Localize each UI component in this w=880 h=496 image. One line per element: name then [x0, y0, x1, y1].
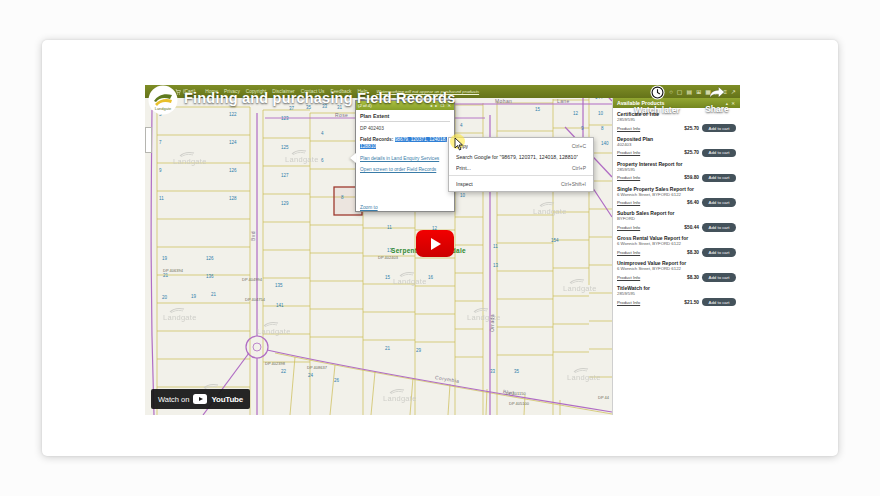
- watermark-text: Landgate: [163, 313, 197, 322]
- add-to-cart-button[interactable]: Add to cart: [702, 124, 736, 133]
- field-records-line: Field Records: 98679, 120371, 124018, 12…: [360, 136, 450, 150]
- context-menu-item-label: Inspect: [456, 181, 473, 187]
- product-price: $8.30: [687, 250, 702, 255]
- add-to-cart-button[interactable]: Add to cart: [702, 174, 736, 183]
- play-icon: [431, 238, 441, 250]
- lot-number: 29: [416, 348, 421, 353]
- lot-number: 10: [598, 111, 603, 116]
- product-info-link[interactable]: Product Info: [617, 150, 640, 155]
- watermark-text: Landgate: [567, 373, 601, 382]
- add-to-cart-button[interactable]: Add to cart: [702, 198, 736, 207]
- street-name-label: Lane: [557, 98, 570, 104]
- add-to-cart-button[interactable]: Add to cart: [702, 298, 736, 307]
- watermark-text: Landgate: [563, 284, 597, 293]
- add-to-cart-button[interactable]: Add to cart: [702, 248, 736, 257]
- dp-label: DP 402403: [378, 255, 398, 260]
- lot-number: 154: [551, 238, 559, 243]
- context-menu-separator: [449, 175, 593, 176]
- lot-number: 21: [385, 346, 390, 351]
- lot-number: 19: [162, 256, 167, 261]
- cursor-arrow-icon: [454, 137, 464, 151]
- product-actions-row: Product Info$25.70Add to cart: [617, 149, 736, 158]
- product-actions-row: Product Info$8.30Add to cart: [617, 273, 736, 282]
- product-actions-row: Product Info$6.40Add to cart: [617, 198, 736, 207]
- landgate-watermark: Landgate: [533, 201, 567, 216]
- share-arrow-icon: [709, 86, 725, 99]
- lot-number: 129: [281, 201, 289, 206]
- lot-number: 126: [206, 256, 214, 261]
- youtube-video-player[interactable]: 5122712491261112812312512712937353331468…: [145, 85, 740, 415]
- dp-label: DP 44: [598, 395, 609, 400]
- context-menu-item-inspect[interactable]: InspectCtrl+Shift+I: [449, 178, 593, 189]
- landgate-watermark: Landgate: [383, 388, 417, 403]
- watermark-text: Landgate: [257, 327, 291, 336]
- available-products-panel: Available Products ▴ ✕ Certificate of Ti…: [612, 98, 740, 415]
- product-detail: 6 Wonnich Street, BYFORD 6122: [617, 241, 736, 246]
- product-info-link[interactable]: Product Info: [617, 200, 640, 205]
- dp-label: DP 405100: [509, 401, 529, 406]
- lot-number: 24: [308, 373, 313, 378]
- popup-body: Plan Extent DP 402403 Field Records: 986…: [356, 110, 454, 213]
- zoom-to-link[interactable]: Zoom to: [360, 205, 378, 210]
- dp-label: DP 406394: [163, 268, 183, 273]
- youtube-logo-icon: [193, 394, 207, 404]
- watermark-text: Landgate: [173, 157, 207, 166]
- lot-number: 9: [159, 168, 162, 173]
- layers-icon[interactable]: ▤: [686, 89, 692, 95]
- add-to-cart-button[interactable]: Add to cart: [702, 273, 736, 282]
- lot-number: 140: [601, 141, 609, 146]
- add-to-cart-button[interactable]: Add to cart: [702, 149, 736, 158]
- lot-number: 11: [387, 225, 392, 230]
- street-name-label: Rose: [335, 112, 348, 118]
- product-info-link[interactable]: Product Info: [617, 175, 640, 180]
- context-menu-item-search[interactable]: Search Google for "98679, 120371, 124018…: [449, 151, 593, 162]
- watermark-text: Landgate: [383, 394, 417, 403]
- lot-number: 33: [490, 369, 495, 374]
- popup-plan-number: DP 402403: [360, 126, 450, 131]
- lot-number: 135: [275, 283, 283, 288]
- lot-number: 22: [281, 369, 286, 374]
- play-button[interactable]: [416, 230, 454, 257]
- product-item: Suburb Sales Report forBYFORDProduct Inf…: [617, 210, 736, 231]
- lot-number: 7: [159, 140, 162, 145]
- product-info-link[interactable]: Product Info: [617, 250, 640, 255]
- product-price: $50.44: [684, 225, 702, 230]
- map-zoom-control[interactable]: [145, 127, 152, 153]
- product-price: $25.70: [684, 126, 702, 131]
- context-menu-item-print[interactable]: Print...Ctrl+P: [449, 162, 593, 173]
- context-menu-shortcut: Ctrl+Shift+I: [555, 181, 586, 187]
- lot-number: 35: [514, 369, 519, 374]
- product-actions-row: Product Info$25.70Add to cart: [617, 124, 736, 133]
- product-price: $59.80: [684, 175, 702, 180]
- lot-number: 123: [281, 116, 289, 121]
- product-price: $6.40: [687, 200, 702, 205]
- product-info-link[interactable]: Product Info: [617, 225, 640, 230]
- order-field-records-link[interactable]: Open screen to order Field Records: [360, 167, 450, 172]
- lot-number: 15: [385, 275, 390, 280]
- lot-number: 4: [460, 123, 463, 128]
- landgate-watermark: Landgate: [285, 149, 319, 164]
- product-item: Unimproved Value Report for6 Wonnich Str…: [617, 260, 736, 281]
- landgate-watermark: Landgate: [393, 271, 427, 286]
- lot-number: 127: [281, 173, 289, 178]
- lot-number: 21: [211, 292, 216, 297]
- watch-on-label: Watch on: [158, 395, 189, 404]
- product-list: Certificate of Title2859/595Product Info…: [613, 108, 740, 310]
- product-info-link[interactable]: Product Info: [617, 126, 640, 131]
- watch-later-button[interactable]: Watch later: [634, 85, 680, 115]
- context-menu-item-copy[interactable]: CopyCtrl+C: [449, 140, 593, 151]
- watch-on-youtube-button[interactable]: Watch on YouTube: [151, 389, 250, 409]
- share-button[interactable]: Share: [696, 85, 738, 114]
- lot-number: 11: [493, 244, 498, 249]
- lot-number: 124: [229, 140, 237, 145]
- lot-number: 15: [535, 107, 540, 112]
- lot-number: 11: [159, 196, 164, 201]
- share-label: Share: [696, 104, 738, 114]
- add-to-cart-button[interactable]: Add to cart: [702, 223, 736, 232]
- landgate-logo[interactable]: Landgate: [148, 85, 178, 115]
- plan-details-link[interactable]: Plan details in Land Enquiry Services: [360, 156, 450, 161]
- product-info-link[interactable]: Product Info: [617, 275, 640, 280]
- product-info-link[interactable]: Product Info: [617, 300, 640, 305]
- context-menu-shortcut: Ctrl+P: [566, 165, 586, 171]
- watermark-text: Landgate: [393, 277, 427, 286]
